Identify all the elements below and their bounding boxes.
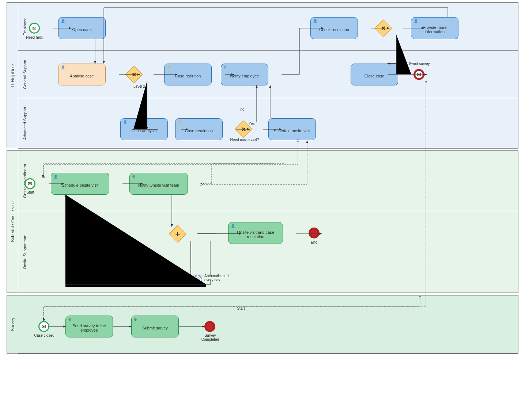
service-icon: ⚙ [134,317,137,321]
pool-it-helpdesk: IT HelpDesk Employee ✉ Need help 👤 Open … [7,2,518,148]
task-case-analysis[interactable]: 👤 Case analysis [120,118,168,140]
envelope-icon: ✉ [42,324,46,329]
start-event-need-help[interactable]: ✉ [29,23,40,34]
label-need-onsite: Need onsite visit? [230,138,259,142]
lane-title-team: Onsite Supporteam [18,211,31,293]
start-event-sov[interactable]: ✉ [24,178,35,189]
pool-title-survey: Survey [7,295,18,353]
task-label: Case analysis [132,129,156,133]
task-label: Schedule onsite visit [62,183,98,187]
user-icon: 👤 [61,65,65,69]
lane-advanced-support: Advanced Support 👤 Case analysis ✋ Case … [18,98,518,149]
service-icon: ⚙ [223,65,227,69]
end-event-swnd-survey[interactable]: ✉ [413,69,424,80]
pool-title-it: IT HelpDesk [7,3,18,148]
task-label: Open case [72,27,91,32]
user-icon: 👤 [53,175,58,179]
task-submit-survey[interactable]: ⚙ Submit survey [131,316,179,337]
task-schedule-visit2[interactable]: 👤 Schedule onsite visit [51,173,109,195]
label-case-closed: Case closed [30,333,59,337]
task-provide-info[interactable]: 👤 Provide more information [411,17,458,39]
pool-title-sov: Schedule Onsite visit [7,151,18,293]
task-label: Analyse case [70,74,94,78]
label-no: no [237,107,248,111]
task-label: Send survey to the employee [68,324,110,332]
task-onsite-resolution[interactable]: 👤 Onsite visit and case resolution [228,222,283,244]
task-label: Onsite visit and case resolution [231,230,280,239]
lane-coordinator: Onsite co-ordinator ✉ Start 👤 Schedule o… [18,151,518,211]
task-label: Submit survey [142,326,168,330]
gateway-level2[interactable]: ✕ [125,66,143,83]
task-label: Case reolution [175,74,201,78]
label-end-sov: End [299,240,329,244]
label-start-sov: Start [16,190,45,194]
label-survey-start: Start [226,306,256,310]
task-label: Provide more information [413,25,456,34]
task-label: Schedule onsite visit [274,129,310,133]
manual-icon: ✋ [178,120,182,124]
label-timer: Automatic alert every day [204,274,237,282]
task-check-resolution[interactable]: 👤 Check resolution [310,17,358,39]
pool-schedule-onsite: Schedule Onsite visit Onsite co-ordinato… [7,150,518,293]
lane-title-general: General Support [18,51,31,98]
task-case-reolution[interactable]: ✋ Case reolution [164,64,212,85]
service-icon: ⚙ [132,175,135,179]
task-case-resolution2[interactable]: ✋ Case resolution [175,118,223,140]
user-icon: 👤 [231,224,235,228]
envelope-icon: ✉ [28,181,32,187]
task-label: Case resolution [185,129,213,133]
task-notify-employee[interactable]: ⚙ Notify employee [221,64,268,85]
gateway-after-check[interactable]: ✕ [374,19,392,37]
manual-icon: ✋ [167,65,171,69]
label-yes: Yes [249,122,260,126]
label-need-help: Need help [20,35,49,39]
pool-survey: Survey ✉ Case closed ⚙ Send survey to th… [7,295,518,354]
task-notify-team[interactable]: ⚙ Notify Onsite visit team [129,173,188,195]
clock-icon: 🕒 [195,277,200,282]
task-label: Close case [365,74,384,78]
end-event-survey[interactable] [204,321,215,332]
timer-event[interactable]: 🕒 [193,275,202,285]
user-icon: 👤 [61,19,65,23]
gateway-parallel[interactable]: ＋ [169,225,186,243]
task-send-survey[interactable]: ⚙ Send survey to the employee [65,316,113,337]
user-icon: 👤 [123,120,127,124]
label-level2: Level 2 [125,84,154,88]
task-label: Notify employee [230,74,259,78]
task-open-case[interactable]: 👤 Open case [58,17,106,39]
envelope-icon: ✉ [32,25,37,31]
label-survey-done: Survey Completed [196,333,225,341]
task-schedule-onsite[interactable]: Schedule onsite visit [268,118,316,140]
task-analyse-case[interactable]: 👤 Analyse case [58,64,106,85]
lane-survey: ✉ Case closed ⚙ Send survey to the emplo… [18,295,518,354]
user-icon: 👤 [313,19,317,23]
task-label: Notify Onsite visit team [138,183,179,187]
lane-general-support: General Support 👤 Analyse case ✕ Level 2… [18,51,518,98]
task-label: Check resolution [319,27,349,32]
envelope-icon: ✉ [417,72,421,77]
service-icon: ⚙ [68,317,71,321]
end-event-sov[interactable] [309,228,320,238]
lane-employee: Employee ✉ Need help 👤 Open case 👤 Check… [18,3,518,51]
lane-support-team: Onsite Supporteam ＋ 👤 Onsite visit and c… [18,211,518,293]
start-event-case-closed[interactable]: ✉ [38,321,49,332]
lane-title-advanced: Advanced Support [18,98,31,148]
task-close-case[interactable]: Close case [351,64,398,85]
user-icon: 👤 [413,19,418,23]
label-swnd-survey: Swnd survey [405,62,434,66]
